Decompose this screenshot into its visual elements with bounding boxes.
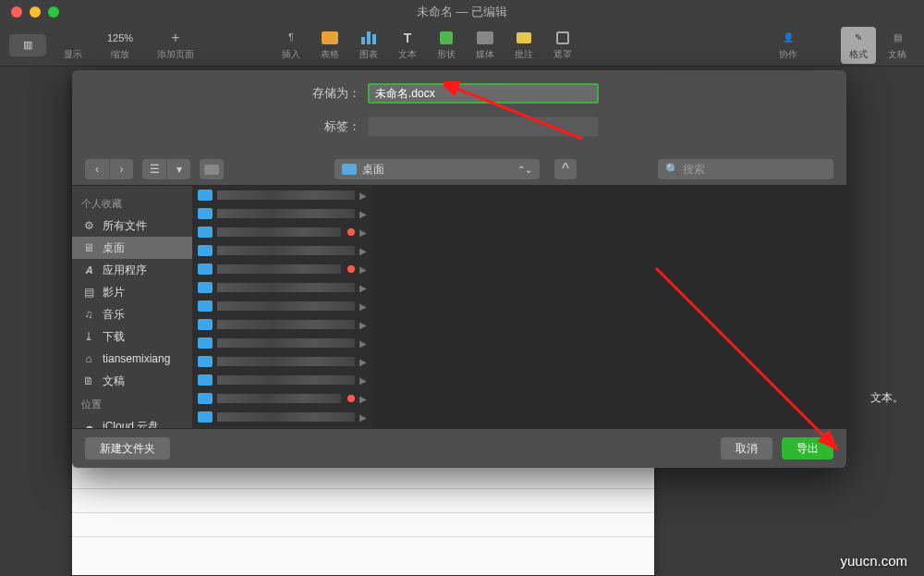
plus-icon: + xyxy=(166,30,185,46)
file-name-redacted xyxy=(217,190,355,200)
file-row[interactable]: ▶ xyxy=(192,278,372,297)
sidebar-item-download[interactable]: ⤓下载 xyxy=(72,325,192,348)
chevron-updown-icon: ⌃⌄ xyxy=(517,165,532,175)
doc-icon: 🗎 xyxy=(81,374,96,387)
collaborate-button[interactable]: 👤 协作 xyxy=(771,27,806,64)
cloud-icon: ☁︎ xyxy=(81,420,96,428)
fullscreen-window-button[interactable] xyxy=(48,6,59,18)
view-button[interactable]: 显示 xyxy=(55,27,91,64)
chevron-right-icon: ▶ xyxy=(359,190,367,201)
folder-icon xyxy=(198,300,213,312)
file-name-redacted xyxy=(217,357,355,366)
sidebar-item-label: 音乐 xyxy=(103,307,125,323)
locations-header: 位置 xyxy=(72,392,192,415)
chevron-right-icon: ▶ xyxy=(359,227,367,238)
comment-button[interactable]: 批注 xyxy=(506,27,541,64)
file-row[interactable]: ▶ xyxy=(192,334,372,352)
document-icon: ▤ xyxy=(888,30,906,46)
brush-icon: ✎ xyxy=(849,30,868,46)
save-as-label: 存储为： xyxy=(72,85,368,102)
file-row[interactable]: ▶ xyxy=(192,186,372,204)
person-plus-icon: 👤 xyxy=(779,30,797,46)
location-dropdown[interactable]: 桌面 ⌃⌄ xyxy=(334,159,540,179)
back-button[interactable]: ‹ xyxy=(85,159,109,179)
insert-button[interactable]: ¶ 插入 xyxy=(274,27,309,64)
home-icon: ⌂ xyxy=(81,352,96,365)
sidebar-item-home[interactable]: ⌂tiansemixiang xyxy=(72,348,192,370)
gear-icon: ⚙︎ xyxy=(81,219,96,232)
file-row[interactable]: ▶ xyxy=(192,371,372,389)
folder-icon xyxy=(198,208,213,219)
file-row[interactable]: ▶ xyxy=(192,241,372,260)
zoom-value: 125% xyxy=(111,30,129,46)
sidebar-item-film[interactable]: ▤影片 xyxy=(72,281,192,303)
folder-icon xyxy=(198,263,213,275)
tags-input[interactable] xyxy=(368,116,599,137)
mask-icon xyxy=(553,30,572,46)
sidebar-item-label: 文稿 xyxy=(103,374,125,389)
view-switcher: ☰ ▾ xyxy=(142,159,190,179)
shape-button[interactable]: 形状 xyxy=(429,27,464,64)
media-button[interactable]: 媒体 xyxy=(468,27,503,64)
chevron-right-icon: ▶ xyxy=(359,338,367,349)
zoom-button[interactable]: 125% 缩放 xyxy=(94,27,146,64)
filename-input[interactable] xyxy=(368,83,599,104)
file-row[interactable]: ▶ xyxy=(192,408,372,426)
table-button[interactable]: 表格 xyxy=(312,27,347,64)
file-name-redacted xyxy=(217,338,355,348)
sidebar-item-gear[interactable]: ⚙︎所有文件 xyxy=(72,214,192,237)
folder-icon xyxy=(198,245,213,256)
location-label: 桌面 xyxy=(362,162,384,178)
text-button[interactable]: T 文本 xyxy=(390,27,425,64)
file-row[interactable]: ▶ xyxy=(192,297,372,315)
media-icon xyxy=(476,30,494,46)
file-row[interactable]: ▶ xyxy=(192,204,372,223)
forward-button[interactable]: › xyxy=(109,159,133,179)
sidebar-item-doc[interactable]: 🗎文稿 xyxy=(72,370,192,392)
folder-icon xyxy=(198,411,213,423)
format-button[interactable]: ✎ 格式 xyxy=(841,27,876,64)
sidebar-item-desktop[interactable]: 🖥桌面 xyxy=(72,237,192,259)
close-window-button[interactable] xyxy=(11,6,22,18)
document-button[interactable]: ▤ 文稿 xyxy=(880,27,915,64)
comment-icon xyxy=(515,30,533,46)
view-dropdown-button[interactable]: ▾ xyxy=(166,159,190,179)
export-button[interactable]: 导出 xyxy=(782,437,833,460)
tag-dot-icon xyxy=(347,395,355,402)
file-name-redacted xyxy=(217,320,355,329)
new-folder-button[interactable]: 新建文件夹 xyxy=(85,437,170,460)
file-row[interactable]: ▶ xyxy=(192,315,372,334)
desktop-folder-icon xyxy=(342,164,357,175)
file-row[interactable]: ▶ xyxy=(192,389,372,408)
tag-dot-icon xyxy=(347,228,355,236)
folder-icon xyxy=(198,374,213,386)
add-page-button[interactable]: + 添加页面 xyxy=(150,27,201,64)
file-column[interactable]: ▶▶▶▶▶▶▶▶▶▶▶▶▶▶ xyxy=(192,186,372,428)
chart-button[interactable]: 图表 xyxy=(351,27,386,64)
chart-icon xyxy=(359,30,378,46)
inspector-hint: 文本。 xyxy=(870,390,904,406)
mask-button[interactable]: 遮罩 xyxy=(545,27,580,64)
folder-group-button[interactable] xyxy=(200,159,224,179)
sidebar-location-cloud[interactable]: ☁︎iCloud 云盘 xyxy=(72,415,192,428)
folder-icon xyxy=(200,159,224,179)
file-row[interactable]: ▶ xyxy=(192,260,372,278)
watermark: yuucn.com xyxy=(840,553,907,569)
sidebar-item-apps[interactable]: 𝘼应用程序 xyxy=(72,259,192,281)
collapse-button[interactable]: ^ xyxy=(554,159,577,179)
file-row[interactable]: ▶ xyxy=(192,223,372,241)
file-row[interactable]: ▶ xyxy=(192,352,372,371)
chevron-right-icon: ▶ xyxy=(359,301,367,312)
minimize-window-button[interactable] xyxy=(30,6,41,18)
view-mode-button[interactable]: ▥ xyxy=(9,34,46,56)
save-dialog: 存储为： 标签： ‹ › ☰ ▾ 桌面 ⌃⌄ ^ 🔍 搜索 xyxy=(72,70,846,468)
dialog-header: 存储为： 标签： xyxy=(72,70,846,153)
dialog-footer: 新建文件夹 取消 导出 xyxy=(72,429,846,468)
window-title: 未命名 — 已编辑 xyxy=(417,4,507,20)
column-view-button[interactable]: ☰ xyxy=(142,159,166,179)
sidebar-item-music[interactable]: ♫音乐 xyxy=(72,303,192,325)
file-name-redacted xyxy=(217,264,341,274)
cancel-button[interactable]: 取消 xyxy=(721,437,772,460)
search-input[interactable]: 🔍 搜索 xyxy=(658,159,833,179)
file-row[interactable]: ▶ xyxy=(192,426,372,428)
